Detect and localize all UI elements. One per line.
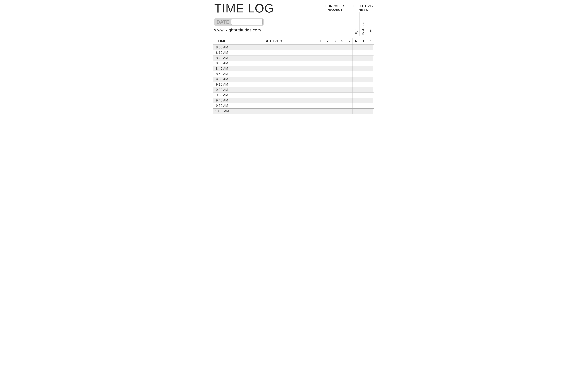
- purpose-cell[interactable]: [338, 50, 345, 55]
- purpose-cell[interactable]: [324, 50, 331, 55]
- effectiveness-cell[interactable]: [352, 61, 359, 66]
- effectiveness-cell[interactable]: [359, 56, 366, 61]
- purpose-cell[interactable]: [324, 109, 331, 114]
- effectiveness-cell[interactable]: [366, 103, 373, 108]
- purpose-cell[interactable]: [331, 45, 338, 50]
- effectiveness-cell[interactable]: [359, 98, 366, 103]
- purpose-cell[interactable]: [331, 72, 338, 76]
- effectiveness-cell[interactable]: [352, 87, 359, 92]
- effectiveness-cell[interactable]: [366, 92, 373, 98]
- purpose-cell[interactable]: [345, 77, 352, 82]
- purpose-cell[interactable]: [331, 82, 338, 87]
- effectiveness-cell[interactable]: [359, 50, 366, 55]
- effectiveness-cell[interactable]: [359, 87, 366, 92]
- purpose-cell[interactable]: [338, 66, 345, 71]
- purpose-cell[interactable]: [324, 98, 331, 103]
- effectiveness-cell[interactable]: [366, 66, 373, 71]
- purpose-cell[interactable]: [317, 92, 324, 98]
- activity-cell[interactable]: [231, 77, 317, 82]
- effectiveness-cell[interactable]: [352, 72, 359, 76]
- purpose-cell[interactable]: [345, 98, 352, 103]
- activity-cell[interactable]: [231, 61, 317, 66]
- purpose-cell[interactable]: [324, 72, 331, 76]
- purpose-cell[interactable]: [317, 50, 324, 55]
- purpose-cell[interactable]: [345, 87, 352, 92]
- purpose-cell[interactable]: [331, 87, 338, 92]
- purpose-cell[interactable]: [324, 45, 331, 50]
- purpose-cell[interactable]: [338, 72, 345, 76]
- purpose-cell[interactable]: [317, 61, 324, 66]
- effectiveness-cell[interactable]: [366, 50, 373, 55]
- purpose-cell[interactable]: [338, 109, 345, 114]
- activity-cell[interactable]: [231, 72, 317, 76]
- activity-cell[interactable]: [231, 56, 317, 61]
- activity-cell[interactable]: [231, 45, 317, 50]
- purpose-cell[interactable]: [317, 98, 324, 103]
- effectiveness-cell[interactable]: [352, 103, 359, 108]
- purpose-cell[interactable]: [324, 87, 331, 92]
- effectiveness-cell[interactable]: [352, 50, 359, 55]
- effectiveness-cell[interactable]: [366, 56, 373, 61]
- purpose-cell[interactable]: [317, 45, 324, 50]
- purpose-cell[interactable]: [338, 77, 345, 82]
- purpose-cell[interactable]: [345, 82, 352, 87]
- purpose-cell[interactable]: [317, 72, 324, 76]
- purpose-cell[interactable]: [324, 77, 331, 82]
- effectiveness-cell[interactable]: [366, 109, 373, 114]
- effectiveness-cell[interactable]: [359, 45, 366, 50]
- purpose-cell[interactable]: [317, 109, 324, 114]
- effectiveness-cell[interactable]: [359, 66, 366, 71]
- effectiveness-cell[interactable]: [352, 77, 359, 82]
- purpose-cell[interactable]: [324, 92, 331, 98]
- effectiveness-cell[interactable]: [366, 61, 373, 66]
- purpose-cell[interactable]: [345, 72, 352, 76]
- effectiveness-cell[interactable]: [359, 82, 366, 87]
- activity-cell[interactable]: [231, 109, 317, 114]
- activity-cell[interactable]: [231, 82, 317, 87]
- effectiveness-cell[interactable]: [366, 82, 373, 87]
- activity-cell[interactable]: [231, 103, 317, 108]
- effectiveness-cell[interactable]: [352, 66, 359, 71]
- purpose-cell[interactable]: [331, 77, 338, 82]
- effectiveness-cell[interactable]: [352, 92, 359, 98]
- effectiveness-cell[interactable]: [366, 87, 373, 92]
- purpose-cell[interactable]: [324, 103, 331, 108]
- activity-cell[interactable]: [231, 66, 317, 71]
- purpose-cell[interactable]: [324, 56, 331, 61]
- effectiveness-cell[interactable]: [359, 92, 366, 98]
- purpose-cell[interactable]: [331, 103, 338, 108]
- purpose-cell[interactable]: [317, 66, 324, 71]
- purpose-cell[interactable]: [345, 56, 352, 61]
- effectiveness-cell[interactable]: [359, 61, 366, 66]
- purpose-cell[interactable]: [345, 45, 352, 50]
- effectiveness-cell[interactable]: [359, 77, 366, 82]
- purpose-cell[interactable]: [345, 61, 352, 66]
- date-input[interactable]: [231, 19, 263, 25]
- purpose-cell[interactable]: [324, 61, 331, 66]
- activity-cell[interactable]: [231, 92, 317, 98]
- effectiveness-cell[interactable]: [366, 45, 373, 50]
- purpose-cell[interactable]: [324, 82, 331, 87]
- purpose-cell[interactable]: [331, 50, 338, 55]
- purpose-cell[interactable]: [345, 103, 352, 108]
- purpose-cell[interactable]: [331, 56, 338, 61]
- purpose-cell[interactable]: [338, 92, 345, 98]
- purpose-cell[interactable]: [317, 87, 324, 92]
- effectiveness-cell[interactable]: [352, 82, 359, 87]
- purpose-cell[interactable]: [317, 82, 324, 87]
- purpose-cell[interactable]: [345, 109, 352, 114]
- purpose-cell[interactable]: [317, 77, 324, 82]
- purpose-cell[interactable]: [338, 98, 345, 103]
- purpose-cell[interactable]: [317, 103, 324, 108]
- purpose-cell[interactable]: [324, 66, 331, 71]
- purpose-cell[interactable]: [345, 50, 352, 55]
- effectiveness-cell[interactable]: [359, 103, 366, 108]
- activity-cell[interactable]: [231, 50, 317, 55]
- effectiveness-cell[interactable]: [366, 72, 373, 76]
- purpose-cell[interactable]: [331, 66, 338, 71]
- purpose-cell[interactable]: [331, 61, 338, 66]
- activity-cell[interactable]: [231, 98, 317, 103]
- purpose-cell[interactable]: [338, 87, 345, 92]
- effectiveness-cell[interactable]: [366, 98, 373, 103]
- effectiveness-cell[interactable]: [352, 45, 359, 50]
